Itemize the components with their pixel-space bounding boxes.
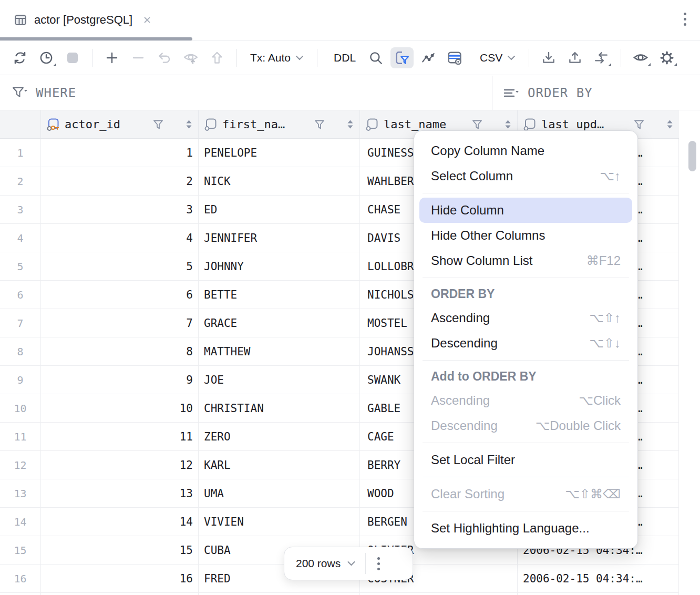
compare-icon[interactable] <box>590 47 613 68</box>
menu-item-clear-sorting[interactable]: Clear Sorting ⌥⇧⌘⌫ <box>419 481 632 507</box>
menu-item-copy-column-name[interactable]: Copy Column Name <box>419 138 632 163</box>
settings-gear-icon[interactable] <box>655 47 678 68</box>
add-row-icon[interactable] <box>100 47 123 68</box>
delete-row-icon[interactable] <box>127 47 150 68</box>
cell-actor-id[interactable]: 12 <box>41 451 199 479</box>
cell-actor-id[interactable]: 9 <box>41 366 199 394</box>
cell-first-name[interactable]: ED <box>199 196 360 223</box>
order-by-field[interactable]: ORDER BY <box>499 76 596 110</box>
pill-options-kebab-icon[interactable] <box>372 557 385 570</box>
row-number[interactable]: 11 <box>0 423 41 450</box>
cell-actor-id[interactable]: 1 <box>41 139 199 167</box>
undo-icon[interactable] <box>153 47 176 68</box>
export-icon[interactable] <box>563 47 586 68</box>
row-number[interactable]: 6 <box>0 281 41 309</box>
row-number[interactable]: 12 <box>0 451 41 479</box>
row-number[interactable]: 14 <box>0 508 41 536</box>
cell-first-name[interactable]: JOE <box>199 366 360 394</box>
row-number[interactable]: 8 <box>0 337 41 365</box>
menu-item-add-order-by-ascending[interactable]: Ascending ⌥Click <box>419 388 632 413</box>
column-sort-icon[interactable] <box>186 120 192 129</box>
cell-actor-id[interactable]: 5 <box>41 252 199 280</box>
row-number[interactable]: 16 <box>0 565 41 592</box>
column-filter-icon[interactable] <box>471 119 483 130</box>
column-sort-icon[interactable] <box>347 120 353 129</box>
column-header-first-name[interactable]: first_na… <box>199 110 360 138</box>
stop-icon[interactable] <box>61 47 84 68</box>
cell-actor-id[interactable]: 2 <box>41 167 199 195</box>
search-icon[interactable] <box>364 47 387 68</box>
cell-first-name[interactable]: JOHNNY <box>199 252 360 280</box>
column-filter-icon[interactable] <box>314 119 325 130</box>
cell-actor-id[interactable]: 16 <box>41 565 199 592</box>
cell-actor-id[interactable]: 3 <box>41 196 199 223</box>
where-filter-field[interactable]: WHERE <box>8 76 79 110</box>
menu-item-hide-column[interactable]: Hide Column <box>419 198 632 223</box>
cell-actor-id[interactable]: 14 <box>41 508 199 536</box>
preview-changes-icon[interactable] <box>179 47 202 68</box>
cell-first-name[interactable]: NICK <box>199 167 360 195</box>
editor-options-kebab-icon[interactable] <box>684 13 686 26</box>
refresh-icon[interactable] <box>8 47 32 68</box>
menu-item-set-highlighting-language[interactable]: Set Highlighting Language... <box>419 516 632 541</box>
table-view-icon[interactable] <box>443 47 466 68</box>
chart-icon[interactable] <box>417 47 440 68</box>
query-history-icon[interactable] <box>35 47 58 68</box>
filter-columns-icon[interactable] <box>390 47 414 68</box>
cell-actor-id[interactable]: 13 <box>41 479 199 507</box>
cell-first-name[interactable]: CHRISTIAN <box>199 394 360 422</box>
row-number-header[interactable] <box>0 110 41 138</box>
row-number[interactable]: 3 <box>0 196 41 223</box>
row-number[interactable] <box>0 593 41 595</box>
cell-first-name[interactable]: UMA <box>199 479 360 507</box>
cell-first-name[interactable]: KARL <box>199 451 360 479</box>
row-number[interactable]: 2 <box>0 167 41 195</box>
menu-item-add-order-by-descending[interactable]: Descending ⌥Double Click <box>419 413 632 438</box>
menu-item-set-local-filter[interactable]: Set Local Filter <box>419 447 632 473</box>
cell-actor-id[interactable]: 11 <box>41 423 199 450</box>
page-size-dropdown[interactable]: 200 rows <box>293 557 359 570</box>
menu-item-select-column[interactable]: Select Column ⌥↑ <box>419 163 632 189</box>
cell-actor-id[interactable]: 7 <box>41 309 199 337</box>
tx-mode-dropdown[interactable]: Tx: Auto <box>245 52 309 64</box>
menu-item-order-by-ascending[interactable]: Ascending ⌥⇧↑ <box>419 305 632 331</box>
cell-last-name[interactable] <box>360 593 518 595</box>
cell-first-name[interactable]: MATTHEW <box>199 337 360 365</box>
row-number[interactable]: 13 <box>0 479 41 507</box>
cell-first-name[interactable]: GRACE <box>199 309 360 337</box>
cell-first-name[interactable]: ZERO <box>199 423 360 450</box>
row-number[interactable]: 15 <box>0 536 41 564</box>
cell-actor-id[interactable] <box>41 593 199 595</box>
ddl-button[interactable]: DDL <box>328 52 361 64</box>
row-number[interactable]: 7 <box>0 309 41 337</box>
menu-item-order-by-descending[interactable]: Descending ⌥⇧↓ <box>419 331 632 356</box>
view-options-icon[interactable] <box>629 47 652 68</box>
tab-actor-postgresql[interactable]: actor [PostgreSQL] <box>9 6 156 34</box>
vertical-scrollbar-thumb[interactable] <box>688 141 696 171</box>
column-sort-icon[interactable] <box>505 120 511 129</box>
import-icon[interactable] <box>537 47 560 68</box>
cell-first-name[interactable]: VIVIEN <box>199 508 360 536</box>
row-number[interactable]: 4 <box>0 224 41 252</box>
cell-actor-id[interactable]: 8 <box>41 337 199 365</box>
cell-actor-id[interactable]: 6 <box>41 281 199 309</box>
row-number[interactable]: 9 <box>0 366 41 394</box>
cell-first-name[interactable]: BETTE <box>199 281 360 309</box>
row-number[interactable]: 5 <box>0 252 41 280</box>
cell-actor-id[interactable]: 10 <box>41 394 199 422</box>
row-number[interactable]: 1 <box>0 139 41 167</box>
cell-first-name[interactable]: PENELOPE <box>199 139 360 167</box>
cell-first-name[interactable] <box>199 593 360 595</box>
column-sort-icon[interactable] <box>667 120 673 129</box>
column-filter-icon[interactable] <box>633 119 645 130</box>
menu-item-hide-other-columns[interactable]: Hide Other Columns <box>419 223 632 248</box>
column-header-actor-id[interactable]: actor_id <box>41 110 199 138</box>
cell-actor-id[interactable]: 15 <box>41 536 199 564</box>
submit-icon[interactable] <box>205 47 229 68</box>
menu-item-show-column-list[interactable]: Show Column List ⌘F12 <box>419 248 632 273</box>
row-number[interactable]: 10 <box>0 394 41 422</box>
column-filter-icon[interactable] <box>152 119 164 130</box>
cell-last-update[interactable]: 2006-02-15 04:34:… <box>518 565 679 592</box>
cell-last-update[interactable] <box>518 593 679 595</box>
export-format-dropdown[interactable]: CSV <box>475 52 521 64</box>
